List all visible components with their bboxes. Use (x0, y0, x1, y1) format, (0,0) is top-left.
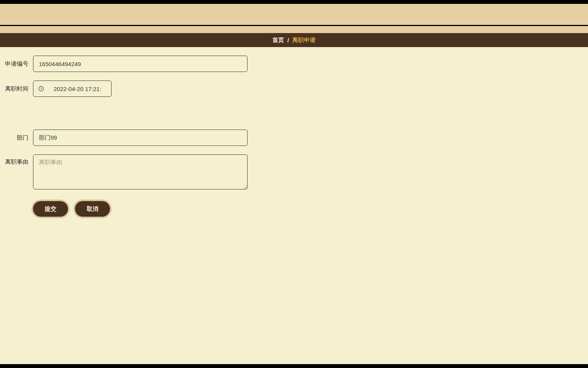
label-resignation-title: 离职标题 (286, 60, 588, 68)
label-department: 部门 (0, 134, 33, 142)
label-resignation-reason: 离职事由 (0, 154, 33, 166)
breadcrumb: 首页 / 离职申请 (0, 33, 588, 47)
label-employee-name: 员工姓名 (286, 110, 588, 117)
row-resignation-time: 离职时间 (0, 81, 248, 97)
row-application-id: 申请编号 (0, 56, 248, 72)
breadcrumb-separator: / (287, 37, 289, 44)
textarea-resignation-reason[interactable] (33, 154, 248, 189)
sub-header-band (0, 26, 588, 33)
row-employee-account: 员工账号 (286, 81, 588, 97)
row-resignation-reason: 离职事由 (0, 154, 248, 189)
form-right-column: 离职标题 员工账号 员工姓名 (286, 56, 588, 217)
spacer (0, 105, 248, 130)
label-application-id: 申请编号 (0, 60, 33, 68)
header-band (0, 4, 588, 25)
label-resignation-time: 离职时间 (0, 85, 33, 93)
cancel-button[interactable]: 取消 (75, 201, 110, 217)
button-row: 提交 取消 (0, 201, 248, 217)
clock-icon (38, 86, 44, 92)
label-employee-account: 员工账号 (286, 85, 588, 93)
form-left-column: 申请编号 离职时间 部门 离职事由 提交 取消 (0, 56, 248, 217)
row-department: 部门 (0, 130, 248, 146)
form-content: 申请编号 离职时间 部门 离职事由 提交 取消 (0, 47, 588, 217)
input-resignation-time[interactable] (48, 81, 106, 96)
bottom-black-bar (0, 364, 588, 368)
breadcrumb-home-link[interactable]: 首页 (272, 37, 284, 44)
input-application-id[interactable] (33, 56, 248, 72)
row-employee-name: 员工姓名 (286, 105, 588, 122)
row-resignation-title: 离职标题 (286, 56, 588, 72)
breadcrumb-current: 离职申请 (292, 37, 316, 44)
submit-button[interactable]: 提交 (33, 201, 68, 217)
datetime-picker[interactable] (33, 81, 112, 97)
input-department[interactable] (33, 130, 248, 146)
top-black-bar (0, 0, 588, 4)
